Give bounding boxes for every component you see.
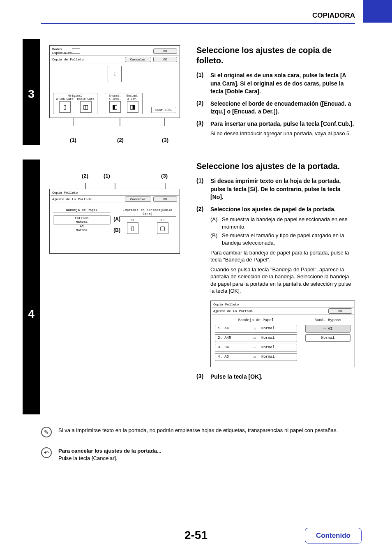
one-side-label: A una Cara — [54, 97, 75, 101]
instr-num: (1) — [196, 72, 210, 96]
original-label: Original — [54, 94, 96, 97]
instr-num: (1) — [196, 177, 210, 201]
row2-title: Copia de Folleto — [52, 58, 84, 61]
no-button[interactable]: ▢ — [157, 222, 168, 234]
one-side-button[interactable]: ▯ — [59, 101, 71, 113]
two-side-button[interactable]: ◫ — [80, 101, 92, 113]
instr-item: (2) Seleccione los ajustes de papel de l… — [196, 206, 355, 367]
tray-col-header: Bandeja de Papel — [215, 318, 297, 322]
note-2: ↶ Para cancelar los ajustes de la portad… — [41, 447, 355, 462]
bypass-a3[interactable]: ▭ A3 — [305, 325, 350, 333]
instr-text: Seleccione los ajustes de papel de la po… — [210, 206, 355, 214]
tray-selection-panel: Copia Folleto Ajuste de La Portada OK Ba… — [210, 301, 355, 367]
step4-sidebar — [23, 160, 40, 414]
step4-instructions: Seleccione los ajustes de la portada. (1… — [196, 161, 355, 385]
callout-lines-3 — [49, 118, 180, 130]
tray-row[interactable]: 1. A4▯Normal — [215, 325, 297, 333]
step4-diagram: (2) (1) (3) Copia Folleto Ajuste de La P… — [49, 173, 180, 254]
conf-cub-button[interactable]: Conf.Cub. — [151, 107, 176, 113]
header-ok-button[interactable]: OK — [153, 49, 177, 54]
instr-num: (3) — [196, 120, 210, 137]
callout-2: (2) — [97, 137, 144, 143]
ok-button[interactable]: OK — [153, 57, 177, 62]
bind-left-label: Encuad. a Izqu. — [106, 94, 124, 101]
original-group: Original A una Cara ▯ Doble Cara ◫ — [53, 93, 97, 114]
bind-right-button[interactable]: ◨ — [127, 101, 138, 113]
instr-item: (1) Si desea imprimir texto en la hoja d… — [196, 177, 355, 201]
instr-item: (3) Pulse la tecla [OK]. — [196, 373, 355, 381]
callouts-3: (1) (2) (3) — [49, 137, 180, 143]
step4-heading: Seleccione los ajustes de la portada. — [196, 161, 355, 171]
a3-label: A3 — [53, 224, 111, 228]
callout-lines-4 — [49, 183, 180, 189]
sub-text: Se muestra el tamaño y tipo de papel car… — [222, 232, 355, 246]
bind-left-button[interactable]: ◧ — [109, 101, 121, 113]
tray-label[interactable]: Bandeja de Papel — [53, 207, 111, 213]
tray-panel-title: Copia Folleto — [213, 303, 239, 306]
instr-item: (1) Si el original es de una sola cara, … — [196, 72, 355, 96]
orientation-icon: ▭ — [251, 345, 259, 350]
callout-2: (2) — [49, 173, 92, 179]
cancel-button[interactable]: Cancelar — [125, 197, 151, 202]
note2-text: Pulse la tecla [Cancelar]. — [58, 455, 161, 462]
contents-link-button[interactable]: Contenido — [305, 528, 362, 543]
instr-num: (2) — [196, 206, 210, 367]
sub-tag: (B) — [210, 232, 222, 246]
tray-row[interactable]: 2. A4R▭Normal — [215, 334, 297, 342]
instr-num: (2) — [196, 100, 210, 116]
step4-panel: Copia Folleto Ajuste de La Portada Cance… — [49, 189, 180, 254]
note-1: ✎ Si va a imprimirse texto en la portada… — [41, 427, 355, 437]
bypass-col-header: Band. Bypass — [305, 318, 350, 322]
panel4-subtitle: Ajuste de La Portada — [52, 197, 92, 201]
sub-tag: (A) — [210, 216, 222, 230]
para2: Cuando se pulsa la tecla "Bandeja de Pap… — [210, 266, 355, 295]
para1: Para cambiar la bandeja de papel para la… — [210, 249, 355, 264]
instr-text: Seleccione el borde de encuadernación ([… — [210, 100, 355, 116]
header-rule — [41, 23, 355, 24]
instr-text: Para insertar una portada, pulse la tecl… — [210, 120, 354, 128]
step3-number: 3 — [23, 86, 40, 103]
bind-right-label: Encuad. a Der. — [124, 94, 141, 101]
bind-group: Encuad. a Izqu. ◧ Encuad. a Der. ◨ — [105, 93, 143, 114]
si-label: Sí — [119, 218, 146, 222]
bypass-normal[interactable]: Normal — [305, 334, 350, 342]
ok-button[interactable]: OK — [153, 197, 177, 202]
orientation-icon: ▭ — [251, 355, 259, 359]
instr-item: (2) Seleccione el borde de encuadernació… — [196, 100, 355, 116]
callout-3: (3) — [144, 137, 180, 143]
instr-text: Si desea imprimir texto en la hoja de la… — [210, 177, 355, 201]
entrada-manual: Entrada Manual — [53, 215, 111, 224]
tray-ok-button[interactable]: OK — [328, 308, 352, 314]
note2-title: Para cancelar los ajustes de la portada.… — [58, 447, 161, 455]
tray-row[interactable]: 4. A3▭Normal — [215, 353, 297, 361]
two-side-label: Doble Cara — [75, 97, 96, 101]
header-icon — [72, 48, 80, 54]
label-A: (A) — [113, 216, 120, 222]
label-B: (B) — [113, 227, 120, 233]
cancel-button[interactable]: Cancelar — [125, 57, 151, 62]
callouts-4-top: (2) (1) (3) — [49, 173, 180, 179]
page-header: COPIADORA — [41, 12, 355, 24]
step3-instructions: Seleccione los ajustes de copia de folle… — [196, 45, 355, 141]
callout-3: (3) — [121, 173, 180, 179]
callout-1: (1) — [49, 137, 97, 143]
si-button[interactable]: ▯ — [127, 222, 138, 234]
pencil-icon: ✎ — [41, 427, 52, 437]
step4-number: 4 — [23, 305, 40, 323]
sub-list: (A) Se muestra la bandeja de papel selec… — [210, 216, 355, 246]
modes-label: Modos Especiales — [52, 47, 72, 55]
tray-panel-subtitle: Ajuste de La Portada — [213, 309, 253, 313]
orientation-icon: ▭ — [251, 336, 259, 340]
tray-row[interactable]: 3. B4▭Normal — [215, 344, 297, 352]
side-tab — [363, 0, 392, 23]
instr-item: (3) Para insertar una portada, pulse la … — [196, 120, 355, 137]
instr-sub: Si no desea introducir agregar una porta… — [210, 130, 354, 137]
callout-1: (1) — [92, 173, 121, 179]
sub-text: Se muestra la bandeja de papel seleccion… — [222, 216, 355, 230]
dashed-separator — [41, 415, 355, 415]
step3-panel: Modos Especiales OK Copia de Folleto Can… — [49, 45, 180, 118]
step3-heading: Seleccione los ajustes de copia de folle… — [196, 45, 355, 66]
step3-diagram: Modos Especiales OK Copia de Folleto Can… — [49, 45, 180, 143]
booklet-illustration-icon: ≡✎ — [108, 66, 122, 82]
note1-text: Si va a imprimirse texto en la portada, … — [58, 427, 338, 434]
